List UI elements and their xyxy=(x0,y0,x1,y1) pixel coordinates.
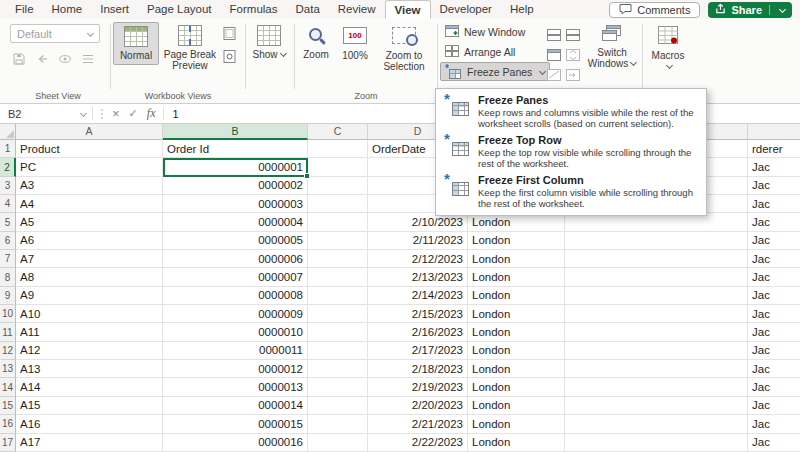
cell-E16[interactable]: London xyxy=(468,415,565,433)
tab-file[interactable]: File xyxy=(6,0,43,19)
cell-E8[interactable]: London xyxy=(468,268,565,286)
cell-E17[interactable]: London xyxy=(468,434,565,452)
column-header-A[interactable]: A xyxy=(16,124,163,140)
cell-D15[interactable]: 2/20/2023 xyxy=(368,397,468,415)
normal-view-button[interactable]: Normal xyxy=(113,22,159,65)
cell-C4[interactable] xyxy=(308,195,368,213)
cell-F16[interactable] xyxy=(565,415,748,433)
split-icon[interactable] xyxy=(544,25,563,45)
cell-E12[interactable]: London xyxy=(468,342,565,360)
cell-D12[interactable]: 2/17/2023 xyxy=(368,342,468,360)
cell-E13[interactable]: London xyxy=(468,360,565,378)
cell-G1[interactable]: rderer xyxy=(748,140,800,158)
cell-F5[interactable] xyxy=(565,213,748,231)
cell-B12[interactable]: 0000011 xyxy=(163,342,308,360)
freeze-panes-button[interactable]: Freeze Panes xyxy=(440,62,550,81)
cell-B6[interactable]: 0000005 xyxy=(163,232,308,250)
cell-C5[interactable] xyxy=(308,213,368,231)
row-header-5[interactable]: 5 xyxy=(0,213,16,231)
cell-F10[interactable] xyxy=(565,305,748,323)
cell-G14[interactable]: Jac xyxy=(748,378,800,396)
cell-D9[interactable]: 2/14/2023 xyxy=(368,287,468,305)
cell-B9[interactable]: 0000008 xyxy=(163,287,308,305)
cell-A9[interactable]: A9 xyxy=(16,287,163,305)
row-header-14[interactable]: 14 xyxy=(0,378,16,396)
cell-D14[interactable]: 2/19/2023 xyxy=(368,378,468,396)
cell-D16[interactable]: 2/21/2023 xyxy=(368,415,468,433)
row-header-9[interactable]: 9 xyxy=(0,287,16,305)
row-header-15[interactable]: 15 xyxy=(0,397,16,415)
cell-G6[interactable]: Jac xyxy=(748,232,800,250)
row-header-11[interactable]: 11 xyxy=(0,323,16,341)
cell-A2[interactable]: PC xyxy=(16,158,163,176)
keep-sheet-view-icon[interactable] xyxy=(12,52,26,66)
cell-C12[interactable] xyxy=(308,342,368,360)
show-button[interactable]: Show xyxy=(248,22,290,63)
menu-item-freeze-panes[interactable]: Freeze PanesKeep rows and columns visibl… xyxy=(436,92,706,132)
cell-D11[interactable]: 2/16/2023 xyxy=(368,323,468,341)
cell-D5[interactable]: 2/10/2023 xyxy=(368,213,468,231)
cell-C1[interactable] xyxy=(308,140,368,158)
name-box[interactable]: B2 xyxy=(0,104,92,123)
row-header-4[interactable]: 4 xyxy=(0,195,16,213)
enter-icon[interactable] xyxy=(129,107,138,120)
cell-A17[interactable]: A17 xyxy=(16,434,163,452)
cell-A11[interactable]: A11 xyxy=(16,323,163,341)
tab-page-layout[interactable]: Page Layout xyxy=(138,0,221,19)
zoom-100-button[interactable]: 100 100% xyxy=(335,22,375,64)
cell-B7[interactable]: 0000006 xyxy=(163,250,308,268)
row-header-13[interactable]: 13 xyxy=(0,360,16,378)
cell-A4[interactable]: A4 xyxy=(16,195,163,213)
select-all-corner[interactable] xyxy=(0,124,16,140)
unhide-window-icon[interactable] xyxy=(544,65,563,85)
synchronous-scrolling-icon[interactable] xyxy=(563,45,582,65)
cell-F17[interactable] xyxy=(565,434,748,452)
column-header-G[interactable]: G xyxy=(748,124,800,140)
cell-F8[interactable] xyxy=(565,268,748,286)
cell-E7[interactable]: London xyxy=(468,250,565,268)
cell-A7[interactable]: A7 xyxy=(16,250,163,268)
comments-button[interactable]: Comments xyxy=(609,2,700,18)
cell-E10[interactable]: London xyxy=(468,305,565,323)
cell-B5[interactable]: 0000004 xyxy=(163,213,308,231)
cell-C15[interactable] xyxy=(308,397,368,415)
new-sheet-view-icon[interactable] xyxy=(58,52,72,66)
macros-button[interactable]: Macros xyxy=(645,22,691,75)
cell-E5[interactable]: London xyxy=(468,213,565,231)
row-header-17[interactable]: 17 xyxy=(0,434,16,452)
cell-A14[interactable]: A14 xyxy=(16,378,163,396)
cell-C7[interactable] xyxy=(308,250,368,268)
cell-B17[interactable]: 0000016 xyxy=(163,434,308,452)
switch-windows-button[interactable]: Switch Windows xyxy=(584,22,640,72)
view-side-by-side-icon[interactable] xyxy=(563,25,582,45)
cell-A16[interactable]: A16 xyxy=(16,415,163,433)
cell-B3[interactable]: 0000002 xyxy=(163,177,308,195)
column-header-B[interactable]: B xyxy=(163,124,308,140)
cell-A8[interactable]: A8 xyxy=(16,268,163,286)
tab-insert[interactable]: Insert xyxy=(91,0,138,19)
row-header-8[interactable]: 8 xyxy=(0,268,16,286)
cell-G3[interactable]: Jac xyxy=(748,177,800,195)
cell-A5[interactable]: A5 xyxy=(16,213,163,231)
tab-developer[interactable]: Developer xyxy=(431,0,501,19)
cell-E6[interactable]: London xyxy=(468,232,565,250)
cell-F7[interactable] xyxy=(565,250,748,268)
cell-G13[interactable]: Jac xyxy=(748,360,800,378)
cell-F11[interactable] xyxy=(565,323,748,341)
cell-A15[interactable]: A15 xyxy=(16,397,163,415)
cell-C11[interactable] xyxy=(308,323,368,341)
cell-C14[interactable] xyxy=(308,378,368,396)
reset-window-position-icon[interactable] xyxy=(563,65,582,85)
cell-B10[interactable]: 0000009 xyxy=(163,305,308,323)
drag-handle-icon[interactable] xyxy=(101,109,103,119)
page-break-preview-button[interactable]: Page Break Preview xyxy=(159,22,221,74)
row-header-2[interactable]: 2 xyxy=(0,158,16,176)
tab-help[interactable]: Help xyxy=(501,0,543,19)
cell-C10[interactable] xyxy=(308,305,368,323)
cell-F13[interactable] xyxy=(565,360,748,378)
hide-window-icon[interactable] xyxy=(544,45,563,65)
cell-C13[interactable] xyxy=(308,360,368,378)
menu-item-freeze-top-row[interactable]: Freeze Top RowKeep the top row visible w… xyxy=(436,132,706,172)
cell-G9[interactable]: Jac xyxy=(748,287,800,305)
cell-G11[interactable]: Jac xyxy=(748,323,800,341)
